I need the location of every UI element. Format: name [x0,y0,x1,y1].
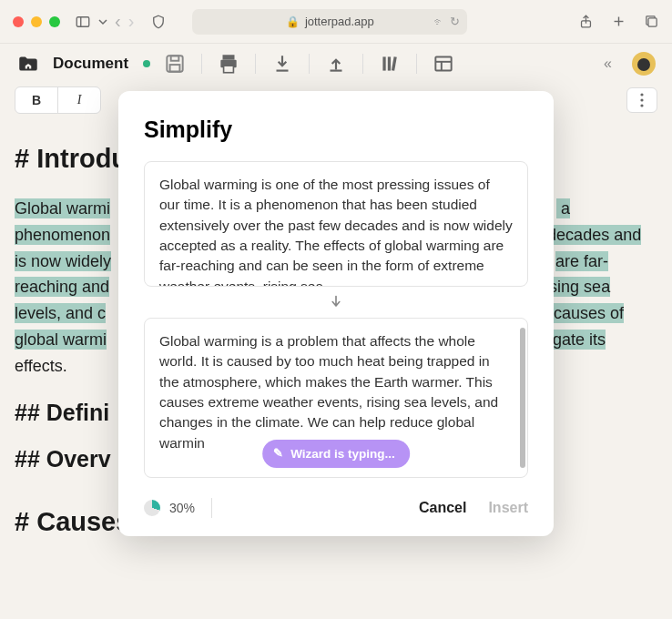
address-bar[interactable]: 🔒 jotterpad.app ᯤ ↻ [192,9,467,35]
share-icon[interactable] [577,14,594,30]
svg-point-21 [640,98,643,101]
tabs-icon[interactable] [643,14,659,30]
svg-rect-8 [170,65,180,72]
svg-rect-14 [383,56,386,70]
more-format-button[interactable] [626,87,657,113]
library-icon[interactable] [378,52,402,76]
svg-point-22 [640,104,643,107]
svg-rect-9 [223,55,235,59]
dropdown-icon[interactable] [98,14,107,30]
wizard-typing-badge: ✎ Wizard is typing... [262,440,410,468]
progress-percent: 30% [169,501,195,515]
new-tab-icon[interactable] [610,14,626,30]
svg-rect-11 [224,66,234,73]
cancel-button[interactable]: Cancel [419,500,466,516]
progress-ring-icon [144,500,160,516]
output-text-box[interactable]: Global warming is a problem that affects… [144,318,528,478]
upload-icon[interactable] [324,52,348,76]
insert-button[interactable]: Insert [488,500,528,516]
svg-rect-5 [647,18,656,26]
save-icon[interactable] [163,52,187,76]
window-controls [13,16,60,27]
minimize-window-icon[interactable] [31,16,42,27]
arrow-down-icon [131,287,541,318]
svg-rect-16 [392,56,397,71]
svg-rect-15 [388,56,391,70]
reader-icon[interactable]: ᯤ [433,15,444,28]
wand-icon: ✎ [273,445,283,462]
dialog-footer: 30% Cancel Insert [131,478,541,520]
app-toolbar: Document « [0,44,672,84]
svg-point-20 [640,93,643,96]
download-icon[interactable] [270,52,294,76]
layout-icon[interactable] [432,52,455,76]
italic-button[interactable]: I [58,87,100,113]
avatar[interactable] [632,52,656,76]
scrollbar-thumb[interactable] [520,328,525,468]
sidebar-toggle-icon[interactable] [75,14,91,30]
sync-status-icon [143,60,150,67]
shield-icon[interactable] [150,14,167,30]
input-text-box[interactable]: Global warming is one of the most pressi… [144,161,528,287]
close-window-icon[interactable] [13,16,24,27]
print-icon[interactable] [217,52,240,76]
back-button[interactable]: ‹ [115,11,121,32]
maximize-window-icon[interactable] [49,16,60,27]
simplify-dialog: Simplify Global warming is one of the mo… [118,91,554,536]
dialog-title: Simplify [131,117,541,161]
lock-icon: 🔒 [286,15,300,28]
home-folder-icon[interactable] [16,52,40,76]
bold-button[interactable]: B [15,87,57,113]
reload-icon[interactable]: ↻ [450,15,460,28]
url-text: jotterpad.app [305,15,374,28]
collapse-toolbar-icon[interactable]: « [604,56,612,72]
svg-rect-0 [76,16,89,26]
document-title[interactable]: Document [53,55,128,73]
svg-rect-7 [171,56,179,60]
svg-rect-17 [435,56,451,70]
forward-button[interactable]: › [128,11,135,32]
browser-toolbar: ‹ › 🔒 jotterpad.app ᯤ ↻ [0,0,672,44]
